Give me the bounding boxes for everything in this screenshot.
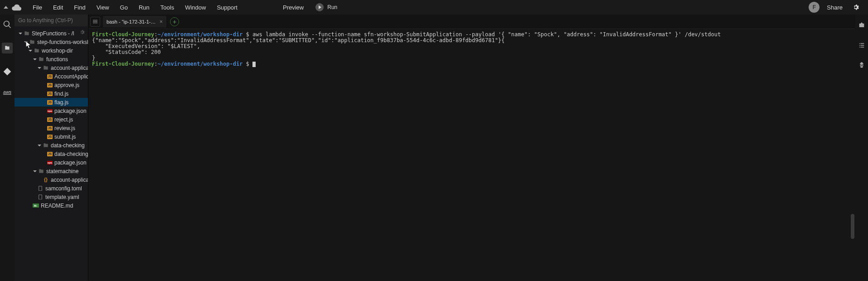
tree-workshop-dir[interactable]: workshop-dir bbox=[15, 46, 88, 55]
tab-bar: bash - "ip-172-31-1-240.ap × + bbox=[88, 15, 855, 29]
menu-window[interactable]: Window bbox=[180, 3, 210, 12]
js-file-icon: JS bbox=[47, 152, 53, 156]
tree-data-checking[interactable]: data-checking bbox=[15, 141, 88, 150]
goto-anything-input[interactable] bbox=[15, 15, 88, 26]
tree-file[interactable]: npm package.json bbox=[15, 158, 88, 167]
play-icon bbox=[315, 3, 324, 11]
md-file-icon: M↓ bbox=[33, 203, 39, 208]
add-tab-icon[interactable]: + bbox=[170, 17, 179, 26]
js-file-icon: JS bbox=[47, 117, 53, 122]
tree-file[interactable]: M↓ README.md bbox=[15, 201, 88, 210]
tab-menu-icon[interactable] bbox=[90, 17, 100, 27]
terminal-line: aws lambda invoke --function-name sfn-wo… bbox=[252, 31, 721, 38]
js-file-icon: JS bbox=[47, 92, 53, 96]
editor-area: bash - "ip-172-31-1-240.ap × + First-Clo… bbox=[88, 15, 855, 281]
prompt-host: First-Cloud-Journey bbox=[92, 61, 154, 67]
prompt-path: ~/environment/workshop-dir bbox=[158, 61, 243, 67]
cloud9-logo-icon bbox=[12, 3, 22, 12]
menu-run[interactable]: Run bbox=[134, 3, 154, 12]
right-sidebar bbox=[855, 15, 868, 281]
tree-functions[interactable]: functions bbox=[15, 55, 88, 63]
file-explorer: StepFunctions - /l step-functions-worksh… bbox=[15, 15, 88, 281]
tree-account-applications[interactable]: account-applicatio bbox=[15, 63, 88, 72]
run-label: Run bbox=[327, 4, 337, 10]
chevron-down-icon bbox=[24, 41, 28, 43]
tab-terminal[interactable]: bash - "ip-172-31-1-240.ap × bbox=[103, 16, 166, 28]
aws-logo-icon[interactable]: aws bbox=[3, 90, 11, 95]
terminal-line: "StatusCode": 200 bbox=[92, 49, 852, 55]
tree-project[interactable]: step-functions-worksh bbox=[15, 38, 88, 46]
settings-gear-icon[interactable] bbox=[852, 3, 860, 11]
tree-file[interactable]: {} account-applicatio bbox=[15, 175, 88, 184]
tree-file[interactable]: npm package.json bbox=[15, 107, 88, 115]
npm-file-icon: npm bbox=[47, 109, 53, 113]
toml-file-icon bbox=[37, 185, 44, 192]
terminal-line: "ExecutedVersion": "$LATEST", bbox=[92, 44, 852, 49]
preview-button[interactable]: Preview bbox=[277, 2, 309, 13]
expand-icon[interactable] bbox=[4, 6, 8, 9]
top-menu-bar: File Edit Find View Go Run Tools Window … bbox=[0, 0, 868, 15]
tree-file[interactable]: samconfig.toml bbox=[15, 184, 88, 193]
js-file-icon: JS bbox=[47, 100, 53, 105]
activity-bar: aws bbox=[0, 15, 15, 281]
menu-edit[interactable]: Edit bbox=[48, 3, 68, 12]
terminal[interactable]: First-Cloud-Journey:~/environment/worksh… bbox=[88, 29, 855, 281]
js-file-icon: JS bbox=[47, 74, 53, 79]
menu-file[interactable]: File bbox=[28, 3, 47, 12]
tab-title: bash - "ip-172-31-1-240.ap bbox=[107, 19, 157, 24]
tree-file[interactable]: JS AccountApplica bbox=[15, 72, 88, 81]
user-avatar[interactable]: F bbox=[809, 2, 820, 13]
js-file-icon: JS bbox=[47, 126, 53, 131]
menu-support[interactable]: Support bbox=[212, 3, 242, 12]
chevron-down-icon bbox=[38, 67, 41, 69]
close-icon[interactable]: × bbox=[160, 19, 163, 25]
menu-tools[interactable]: Tools bbox=[156, 3, 179, 12]
prompt-path: ~/environment/workshop-dir bbox=[158, 31, 243, 38]
debugger-icon[interactable] bbox=[858, 62, 865, 69]
files-icon[interactable] bbox=[2, 43, 13, 53]
chevron-down-icon bbox=[38, 145, 41, 146]
npm-file-icon: npm bbox=[47, 161, 53, 165]
run-button[interactable]: Run bbox=[311, 2, 342, 12]
menu-find[interactable]: Find bbox=[69, 3, 90, 12]
tree-file[interactable]: JS data-checking.js bbox=[15, 150, 88, 158]
tree-file[interactable]: JS find.js bbox=[15, 89, 88, 98]
terminal-line: {"name":"Spock","address":"InvalidAddres… bbox=[92, 38, 852, 44]
source-control-icon[interactable] bbox=[3, 67, 12, 76]
yaml-file-icon bbox=[37, 194, 44, 200]
json-file-icon: {} bbox=[43, 177, 49, 183]
chevron-down-icon bbox=[19, 33, 22, 34]
js-file-icon: JS bbox=[47, 83, 53, 87]
menu-view[interactable]: View bbox=[92, 3, 114, 12]
tree-file[interactable]: template.yaml bbox=[15, 193, 88, 201]
chevron-down-icon bbox=[29, 50, 32, 52]
js-file-icon: JS bbox=[47, 135, 53, 139]
tree-file[interactable]: JS approve.js bbox=[15, 81, 88, 89]
tree-file-selected[interactable]: JS flag.js bbox=[15, 98, 88, 107]
prompt-host: First-Cloud-Journey bbox=[92, 31, 154, 38]
tree-file[interactable]: JS reject.js bbox=[15, 115, 88, 124]
scrollbar[interactable] bbox=[851, 214, 854, 239]
menu-go[interactable]: Go bbox=[116, 3, 132, 12]
collaborate-icon[interactable] bbox=[858, 22, 865, 29]
share-button[interactable]: Share bbox=[821, 4, 848, 11]
chevron-down-icon bbox=[33, 58, 37, 60]
tree-file[interactable]: JS review.js bbox=[15, 124, 88, 132]
search-icon[interactable] bbox=[3, 20, 12, 29]
tree-root[interactable]: StepFunctions - /l bbox=[15, 29, 88, 38]
tree-settings-icon[interactable] bbox=[79, 29, 85, 35]
cursor-icon bbox=[252, 62, 256, 67]
tree-statemachine[interactable]: statemachine bbox=[15, 167, 88, 175]
tree-file[interactable]: JS submit.js bbox=[15, 132, 88, 141]
outline-icon[interactable] bbox=[858, 42, 865, 49]
file-tree: StepFunctions - /l step-functions-worksh… bbox=[15, 27, 88, 212]
chevron-down-icon bbox=[33, 170, 37, 172]
